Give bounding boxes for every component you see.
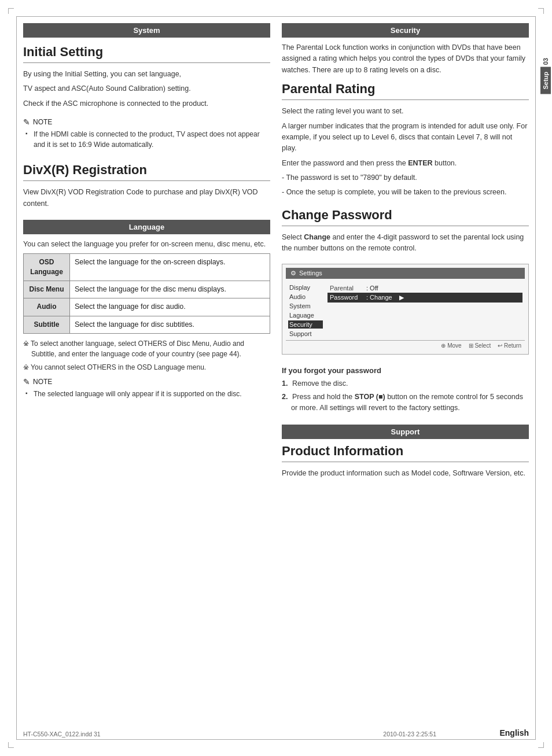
language-table: OSD LanguageSelect the language for the … (23, 253, 270, 334)
page-border-right (535, 16, 536, 740)
note-label-1: ✎ NOTE (23, 117, 270, 127)
note-item-1: If the HDMI cable is connected to the pr… (23, 129, 270, 150)
product-info-title: Product Information (282, 444, 529, 462)
footer-select: ⊞ Select (469, 342, 491, 349)
forgot-section: If you forgot your password 1. Remove th… (282, 366, 529, 416)
step2-text: Press and hold the STOP (■) button on th… (291, 393, 523, 412)
lang-table-label: Subtitle (24, 316, 70, 334)
page-border-left (16, 16, 17, 740)
settings-screenshot: ⚙ Settings DisplayAudioSystemLaguageSecu… (282, 264, 529, 355)
initial-setting-body2: TV aspect and ASC(Auto Sound Calibration… (23, 83, 270, 94)
support-header: Support (282, 425, 529, 439)
footer-move: ⊕ Move (441, 342, 461, 349)
settings-menu: DisplayAudioSystemLaguageSecuritySupport (288, 283, 323, 338)
main-content: System Initial Setting By using the Init… (23, 23, 529, 733)
corner-tl (8, 8, 14, 14)
settings-val-parental: : Off (366, 285, 378, 292)
product-info-body: Provide the product information such as … (282, 468, 529, 479)
corner-tr (538, 8, 544, 14)
tab-label: Setup (540, 67, 551, 94)
settings-row-parental: Parental : Off (327, 283, 522, 293)
settings-options: Parental : Off Password : Change ▶ (327, 283, 522, 338)
forgot-title: If you forgot your password (282, 366, 529, 375)
corner-br (538, 742, 544, 748)
initial-setting-body3: Check if the ASC microphone is connected… (23, 98, 270, 109)
language-intro: You can select the language you prefer f… (23, 239, 270, 250)
lang-note2: ※ You cannot select OTHERS in the OSD La… (23, 362, 270, 373)
tab-number: 03 (542, 58, 549, 65)
settings-menu-item: System (288, 302, 323, 310)
initial-setting-body1: By using the Initial Setting, you can se… (23, 69, 270, 80)
page-border-bottom (16, 739, 536, 740)
divx-title: DivX(R) Registration (23, 163, 270, 181)
step2-number: 2. (282, 392, 288, 403)
note-section-1: ✎ NOTE If the HDMI cable is connected to… (23, 117, 270, 150)
lang-table-desc: Select the language for the disc menu di… (70, 281, 270, 298)
security-body: The Parental Lock function works in conj… (282, 42, 529, 76)
change-password-title: Change Password (282, 208, 529, 226)
divx-body1: View DivX(R) VOD Registration Code to pu… (23, 187, 270, 209)
change-password-body: Select Change and enter the 4-digit pass… (282, 232, 529, 255)
settings-footer: ⊕ Move ⊞ Select ↩ Return (286, 340, 525, 351)
parental-body3: Enter the password and then press the EN… (282, 158, 529, 169)
note-text-3: NOTE (33, 378, 52, 386)
parental-item2: - Once the setup is complete, you will b… (282, 187, 529, 198)
system-header: System (23, 23, 270, 38)
settings-key-parental: Parental (330, 285, 362, 292)
settings-menu-item: Security (288, 320, 323, 329)
note-label-3: ✎ NOTE (23, 377, 270, 386)
settings-row-password: Password : Change ▶ (327, 293, 522, 303)
parental-body1: Select the rating level you want to set. (282, 106, 529, 117)
support-section: Support Product Information Provide the … (282, 425, 529, 482)
footer-return: ↩ Return (498, 342, 521, 349)
security-header: Security (282, 23, 529, 38)
footer-right: 2010-01-23 2:25:51 (383, 731, 436, 737)
footer-left: HT-C550-XAC_0122.indd 31 (23, 731, 101, 737)
corner-bl (8, 742, 14, 748)
side-tab: 03 Setup (539, 58, 552, 94)
step1-number: 1. (282, 378, 288, 389)
parental-body2: A larger number indicates that the progr… (282, 121, 529, 154)
settings-arrow: ▶ (399, 294, 404, 301)
settings-menu-item: Display (288, 283, 323, 292)
settings-menu-item: Support (288, 330, 323, 338)
lang-table-label: Audio (24, 298, 70, 316)
left-column: System Initial Setting By using the Init… (23, 23, 270, 733)
lang-table-desc: Select the language for the on-screen di… (70, 254, 270, 281)
lang-table-label: OSD Language (24, 254, 70, 281)
note-section-3: ✎ NOTE The selected language will only a… (23, 377, 270, 399)
settings-key-password: Password (330, 294, 362, 301)
note-text-1: NOTE (33, 118, 52, 126)
initial-setting-title: Initial Setting (23, 45, 270, 63)
note-icon-1: ✎ (23, 117, 30, 127)
settings-menu-item: Audio (288, 293, 323, 301)
note-item-3: The selected language will only appear i… (23, 389, 270, 399)
language-header: Language (23, 220, 270, 234)
settings-title: Settings (299, 270, 322, 276)
page-border-top (16, 16, 536, 17)
forgot-step1: 1. Remove the disc. (282, 378, 529, 389)
footer-language: English (499, 728, 529, 737)
settings-icon: ⚙ (290, 270, 296, 277)
parental-title: Parental Rating (282, 82, 529, 100)
settings-menu-item: Laguage (288, 311, 323, 319)
lang-table-label: Disc Menu (24, 281, 70, 298)
lang-note1: ※ To select another language, select OTH… (23, 338, 270, 359)
right-column: Security The Parental Lock function work… (282, 23, 529, 733)
lang-table-desc: Select the language for disc audio. (70, 298, 270, 316)
forgot-step2: 2. Press and hold the STOP (■) button on… (282, 392, 529, 414)
parental-item1: - The password is set to "7890" by defau… (282, 172, 529, 183)
language-section: Language You can select the language you… (23, 220, 270, 404)
settings-val-password: : Change (366, 294, 392, 301)
lang-table-desc: Select the language for disc subtitles. (70, 316, 270, 334)
note-icon-3: ✎ (23, 377, 30, 386)
step1-text: Remove the disc. (291, 379, 348, 388)
settings-body: DisplayAudioSystemLaguageSecuritySupport… (286, 281, 525, 340)
settings-title-bar: ⚙ Settings (286, 268, 525, 279)
